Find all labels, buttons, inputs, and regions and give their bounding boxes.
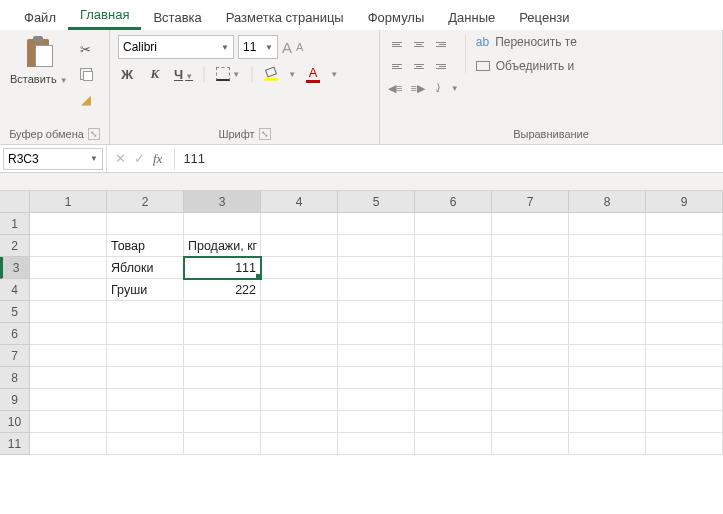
fill-color-button[interactable]: [264, 68, 278, 81]
cell[interactable]: [415, 367, 492, 389]
cell[interactable]: [107, 411, 184, 433]
format-painter-button[interactable]: ◢: [76, 89, 96, 109]
column-header[interactable]: 5: [338, 191, 415, 213]
row-header[interactable]: 7: [0, 345, 30, 367]
cell[interactable]: [338, 389, 415, 411]
paste-button[interactable]: Вставить ▼: [8, 35, 70, 87]
column-header[interactable]: 7: [492, 191, 569, 213]
cell[interactable]: [646, 301, 723, 323]
align-top-right[interactable]: [432, 35, 450, 53]
tab-home[interactable]: Главная: [68, 1, 141, 30]
cell[interactable]: [107, 323, 184, 345]
cell[interactable]: [261, 301, 338, 323]
cell[interactable]: [569, 301, 646, 323]
cell[interactable]: [30, 411, 107, 433]
cell[interactable]: [569, 345, 646, 367]
cell[interactable]: [261, 389, 338, 411]
cell[interactable]: 111: [184, 257, 261, 279]
cell[interactable]: [492, 411, 569, 433]
cell[interactable]: [646, 411, 723, 433]
merge-button[interactable]: Объединить и: [476, 59, 577, 73]
column-header[interactable]: 3: [184, 191, 261, 213]
decrease-indent-button[interactable]: ◀≡: [388, 82, 402, 95]
cell[interactable]: [569, 433, 646, 455]
cell[interactable]: [30, 367, 107, 389]
cell[interactable]: [415, 301, 492, 323]
row-header[interactable]: 11: [0, 433, 30, 455]
tab-page-layout[interactable]: Разметка страницы: [214, 4, 356, 30]
cell[interactable]: [184, 389, 261, 411]
cell[interactable]: [30, 389, 107, 411]
tab-formulas[interactable]: Формулы: [356, 4, 437, 30]
cell[interactable]: [261, 367, 338, 389]
copy-button[interactable]: [76, 64, 96, 84]
cell[interactable]: [261, 433, 338, 455]
wrap-text-button[interactable]: ab Переносить те: [476, 35, 577, 49]
cell[interactable]: [415, 235, 492, 257]
cell[interactable]: [107, 213, 184, 235]
cell[interactable]: [261, 235, 338, 257]
cell[interactable]: [646, 345, 723, 367]
column-header[interactable]: 6: [415, 191, 492, 213]
cell[interactable]: [261, 257, 338, 279]
cell[interactable]: [646, 235, 723, 257]
tab-insert[interactable]: Вставка: [141, 4, 213, 30]
align-center[interactable]: [410, 57, 428, 75]
cell[interactable]: [338, 433, 415, 455]
sheet-area[interactable]: 12345678912ТоварПродажи, кг3Яблоки1114Гр…: [0, 191, 723, 455]
cell[interactable]: [492, 323, 569, 345]
cell[interactable]: [184, 323, 261, 345]
cell[interactable]: [261, 345, 338, 367]
cell[interactable]: [184, 345, 261, 367]
cell[interactable]: Яблоки: [107, 257, 184, 279]
column-header[interactable]: 2: [107, 191, 184, 213]
cell[interactable]: [569, 411, 646, 433]
select-all-corner[interactable]: [0, 191, 30, 213]
cell[interactable]: [338, 411, 415, 433]
cell[interactable]: [184, 301, 261, 323]
cell[interactable]: [646, 213, 723, 235]
cell[interactable]: [492, 301, 569, 323]
cell[interactable]: [107, 433, 184, 455]
cell[interactable]: [492, 345, 569, 367]
cell[interactable]: [338, 257, 415, 279]
column-header[interactable]: 4: [261, 191, 338, 213]
cell[interactable]: [338, 301, 415, 323]
font-color-button[interactable]: A: [306, 65, 320, 83]
bold-button[interactable]: Ж: [118, 67, 136, 82]
cell[interactable]: 222: [184, 279, 261, 301]
cell[interactable]: [107, 345, 184, 367]
cut-button[interactable]: ✂: [76, 39, 96, 59]
cell[interactable]: [30, 257, 107, 279]
cell[interactable]: [492, 433, 569, 455]
cell[interactable]: [338, 279, 415, 301]
row-header[interactable]: 10: [0, 411, 30, 433]
font-name-select[interactable]: Calibri▼: [118, 35, 234, 59]
cell[interactable]: Груши: [107, 279, 184, 301]
cell[interactable]: Товар: [107, 235, 184, 257]
cell[interactable]: Продажи, кг: [184, 235, 261, 257]
cell[interactable]: [338, 213, 415, 235]
row-header[interactable]: 2: [0, 235, 30, 257]
cell[interactable]: [646, 389, 723, 411]
cell[interactable]: [646, 257, 723, 279]
cell[interactable]: [107, 301, 184, 323]
cell[interactable]: [338, 367, 415, 389]
cell[interactable]: [415, 213, 492, 235]
orientation-button[interactable]: ⤸: [433, 81, 443, 95]
font-size-select[interactable]: 11▼: [238, 35, 278, 59]
cell[interactable]: [30, 235, 107, 257]
formula-input[interactable]: [174, 148, 723, 170]
accept-formula-icon[interactable]: ✓: [134, 151, 145, 166]
align-left[interactable]: [388, 57, 406, 75]
row-header[interactable]: 5: [0, 301, 30, 323]
align-top-center[interactable]: [410, 35, 428, 53]
cell[interactable]: [646, 279, 723, 301]
cell[interactable]: [492, 279, 569, 301]
cell[interactable]: [30, 301, 107, 323]
cell[interactable]: [492, 367, 569, 389]
row-header[interactable]: 4: [0, 279, 30, 301]
cell[interactable]: [261, 323, 338, 345]
cell[interactable]: [569, 257, 646, 279]
row-header[interactable]: 1: [0, 213, 30, 235]
